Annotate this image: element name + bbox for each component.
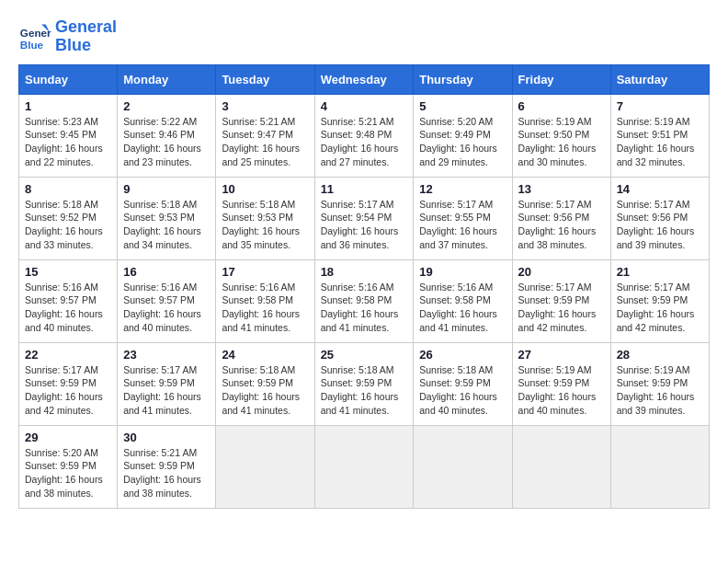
day-info: Sunrise: 5:16 AM Sunset: 9:57 PM Dayligh… (25, 281, 111, 335)
day-cell-12: 12 Sunrise: 5:17 AM Sunset: 9:55 PM Dayl… (414, 177, 512, 259)
day-number: 5 (419, 99, 506, 113)
day-info: Sunrise: 5:18 AM Sunset: 9:59 PM Dayligh… (419, 363, 506, 418)
header: General Blue General Blue (18, 18, 710, 55)
day-cell-8: 8 Sunrise: 5:18 AM Sunset: 9:52 PM Dayli… (19, 177, 118, 259)
day-number: 1 (25, 99, 111, 113)
day-info: Sunrise: 5:18 AM Sunset: 9:52 PM Dayligh… (25, 198, 111, 252)
day-cell-9: 9 Sunrise: 5:18 AM Sunset: 9:53 PM Dayli… (118, 177, 216, 259)
day-cell-10: 10 Sunrise: 5:18 AM Sunset: 9:53 PM Dayl… (216, 177, 314, 259)
day-info: Sunrise: 5:19 AM Sunset: 9:59 PM Dayligh… (617, 363, 703, 418)
day-number: 23 (123, 348, 210, 362)
day-number: 15 (25, 265, 111, 279)
day-info: Sunrise: 5:20 AM Sunset: 9:59 PM Dayligh… (25, 446, 111, 500)
day-cell-21: 21 Sunrise: 5:17 AM Sunset: 9:59 PM Dayl… (610, 259, 709, 342)
day-info: Sunrise: 5:17 AM Sunset: 9:59 PM Dayligh… (518, 281, 605, 335)
day-number: 28 (617, 348, 703, 362)
day-number: 27 (518, 348, 605, 362)
day-number: 30 (123, 431, 210, 444)
day-info: Sunrise: 5:23 AM Sunset: 9:45 PM Dayligh… (25, 115, 111, 169)
day-cell-1: 1 Sunrise: 5:23 AM Sunset: 9:45 PM Dayli… (19, 94, 118, 177)
day-number: 24 (222, 348, 308, 362)
day-number: 17 (222, 265, 308, 279)
day-number: 7 (617, 99, 703, 113)
day-cell-4: 4 Sunrise: 5:21 AM Sunset: 9:48 PM Dayli… (314, 94, 414, 177)
day-cell-17: 17 Sunrise: 5:16 AM Sunset: 9:58 PM Dayl… (216, 259, 314, 342)
day-info: Sunrise: 5:17 AM Sunset: 9:54 PM Dayligh… (321, 198, 408, 252)
logo: General Blue General Blue (18, 18, 117, 55)
day-number: 29 (25, 431, 111, 444)
day-cell-23: 23 Sunrise: 5:17 AM Sunset: 9:59 PM Dayl… (118, 342, 216, 425)
day-cell-20: 20 Sunrise: 5:17 AM Sunset: 9:59 PM Dayl… (512, 259, 610, 342)
column-header-friday: Friday (512, 64, 610, 94)
calendar-week-2: 8 Sunrise: 5:18 AM Sunset: 9:52 PM Dayli… (19, 177, 710, 259)
calendar-week-1: 1 Sunrise: 5:23 AM Sunset: 9:45 PM Dayli… (19, 94, 710, 177)
day-number: 8 (25, 182, 111, 196)
column-header-monday: Monday (118, 64, 216, 94)
day-number: 3 (222, 99, 308, 113)
day-info: Sunrise: 5:16 AM Sunset: 9:58 PM Dayligh… (321, 281, 408, 335)
day-info: Sunrise: 5:19 AM Sunset: 9:59 PM Dayligh… (518, 363, 605, 418)
day-number: 2 (123, 99, 210, 113)
day-number: 21 (617, 265, 703, 279)
day-number: 6 (518, 99, 605, 113)
day-cell-16: 16 Sunrise: 5:16 AM Sunset: 9:57 PM Dayl… (118, 259, 216, 342)
column-header-sunday: Sunday (19, 64, 118, 94)
calendar-week-5: 29 Sunrise: 5:20 AM Sunset: 9:59 PM Dayl… (19, 425, 710, 508)
day-cell-11: 11 Sunrise: 5:17 AM Sunset: 9:54 PM Dayl… (314, 177, 414, 259)
day-info: Sunrise: 5:17 AM Sunset: 9:59 PM Dayligh… (123, 363, 210, 418)
day-cell-2: 2 Sunrise: 5:22 AM Sunset: 9:46 PM Dayli… (118, 94, 216, 177)
day-number: 25 (321, 348, 408, 362)
day-info: Sunrise: 5:21 AM Sunset: 9:47 PM Dayligh… (222, 115, 308, 169)
day-info: Sunrise: 5:17 AM Sunset: 9:59 PM Dayligh… (25, 363, 111, 418)
day-cell-7: 7 Sunrise: 5:19 AM Sunset: 9:51 PM Dayli… (610, 94, 709, 177)
day-number: 20 (518, 265, 605, 279)
column-header-thursday: Thursday (414, 64, 512, 94)
svg-text:Blue: Blue (20, 38, 44, 50)
day-info: Sunrise: 5:21 AM Sunset: 9:59 PM Dayligh… (123, 446, 210, 500)
day-info: Sunrise: 5:19 AM Sunset: 9:50 PM Dayligh… (518, 115, 605, 169)
day-cell-27: 27 Sunrise: 5:19 AM Sunset: 9:59 PM Dayl… (512, 342, 610, 425)
empty-cell (216, 425, 314, 508)
day-cell-30: 30 Sunrise: 5:21 AM Sunset: 9:59 PM Dayl… (118, 425, 216, 508)
day-info: Sunrise: 5:18 AM Sunset: 9:53 PM Dayligh… (123, 198, 210, 252)
day-info: Sunrise: 5:17 AM Sunset: 9:55 PM Dayligh… (419, 198, 506, 252)
day-cell-26: 26 Sunrise: 5:18 AM Sunset: 9:59 PM Dayl… (414, 342, 512, 425)
day-cell-3: 3 Sunrise: 5:21 AM Sunset: 9:47 PM Dayli… (216, 94, 314, 177)
day-cell-19: 19 Sunrise: 5:16 AM Sunset: 9:58 PM Dayl… (414, 259, 512, 342)
logo-icon: General Blue (18, 20, 51, 53)
day-info: Sunrise: 5:16 AM Sunset: 9:58 PM Dayligh… (222, 281, 308, 335)
day-cell-15: 15 Sunrise: 5:16 AM Sunset: 9:57 PM Dayl… (19, 259, 118, 342)
calendar-week-4: 22 Sunrise: 5:17 AM Sunset: 9:59 PM Dayl… (19, 342, 710, 425)
day-cell-22: 22 Sunrise: 5:17 AM Sunset: 9:59 PM Dayl… (19, 342, 118, 425)
day-info: Sunrise: 5:17 AM Sunset: 9:59 PM Dayligh… (617, 281, 703, 335)
day-cell-29: 29 Sunrise: 5:20 AM Sunset: 9:59 PM Dayl… (19, 425, 118, 508)
empty-cell (610, 425, 709, 508)
day-info: Sunrise: 5:20 AM Sunset: 9:49 PM Dayligh… (419, 115, 506, 169)
empty-cell (414, 425, 512, 508)
day-number: 13 (518, 182, 605, 196)
day-number: 22 (25, 348, 111, 362)
day-info: Sunrise: 5:21 AM Sunset: 9:48 PM Dayligh… (321, 115, 408, 169)
day-number: 12 (419, 182, 506, 196)
day-number: 11 (321, 182, 408, 196)
day-info: Sunrise: 5:19 AM Sunset: 9:51 PM Dayligh… (617, 115, 703, 169)
day-info: Sunrise: 5:17 AM Sunset: 9:56 PM Dayligh… (617, 198, 703, 252)
day-number: 9 (123, 182, 210, 196)
empty-cell (314, 425, 414, 508)
day-cell-6: 6 Sunrise: 5:19 AM Sunset: 9:50 PM Dayli… (512, 94, 610, 177)
calendar-table: SundayMondayTuesdayWednesdayThursdayFrid… (18, 64, 710, 509)
day-cell-28: 28 Sunrise: 5:19 AM Sunset: 9:59 PM Dayl… (610, 342, 709, 425)
day-number: 26 (419, 348, 506, 362)
column-header-tuesday: Tuesday (216, 64, 314, 94)
day-number: 14 (617, 182, 703, 196)
day-number: 18 (321, 265, 408, 279)
day-info: Sunrise: 5:22 AM Sunset: 9:46 PM Dayligh… (123, 115, 210, 169)
day-info: Sunrise: 5:17 AM Sunset: 9:56 PM Dayligh… (518, 198, 605, 252)
day-cell-24: 24 Sunrise: 5:18 AM Sunset: 9:59 PM Dayl… (216, 342, 314, 425)
day-cell-14: 14 Sunrise: 5:17 AM Sunset: 9:56 PM Dayl… (610, 177, 709, 259)
day-cell-18: 18 Sunrise: 5:16 AM Sunset: 9:58 PM Dayl… (314, 259, 414, 342)
day-number: 16 (123, 265, 210, 279)
day-info: Sunrise: 5:18 AM Sunset: 9:59 PM Dayligh… (222, 363, 308, 418)
day-number: 19 (419, 265, 506, 279)
empty-cell (512, 425, 610, 508)
